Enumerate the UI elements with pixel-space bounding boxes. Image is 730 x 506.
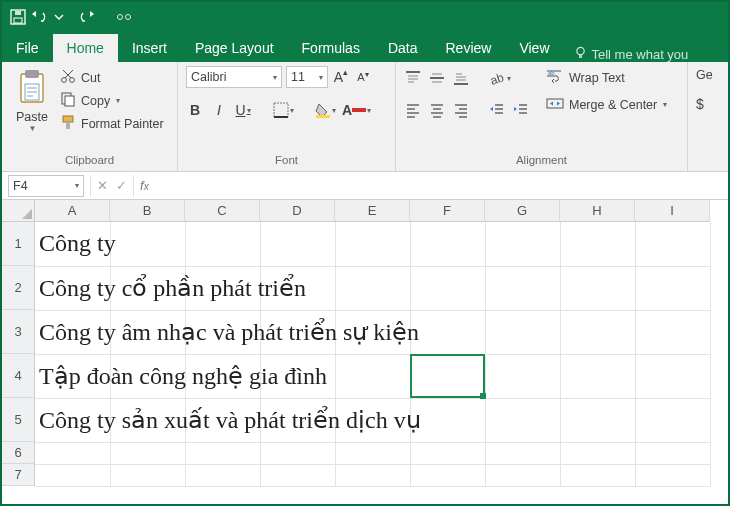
col-header[interactable]: B (110, 200, 185, 222)
svg-rect-13 (65, 96, 74, 106)
chevron-down-icon: ▾ (273, 73, 277, 82)
row-header[interactable]: 3 (2, 310, 35, 354)
cells-area[interactable]: Công ty Công ty cổ phần phát triển Công … (35, 222, 710, 486)
tab-file[interactable]: File (2, 34, 53, 62)
tab-home[interactable]: Home (53, 34, 118, 62)
group-clipboard: Paste ▼ Cut Copy ▾ Format Painter C (2, 62, 178, 171)
merge-icon (546, 95, 564, 114)
wrap-text-button[interactable]: ab Wrap Text (546, 68, 667, 87)
chevron-down-icon: ▾ (367, 106, 371, 115)
fill-color-button[interactable]: ▾ (315, 100, 336, 120)
cell-A3[interactable]: Công ty âm nhạc và phát triển sự kiện (39, 318, 419, 346)
col-header[interactable]: F (410, 200, 485, 222)
row-header[interactable]: 5 (2, 398, 35, 442)
chevron-down-icon: ▾ (319, 73, 323, 82)
svg-point-10 (62, 78, 67, 83)
active-cell-cursor (410, 354, 485, 398)
orientation-icon[interactable]: ab▾ (488, 68, 511, 88)
format-painter-button[interactable]: Format Painter (60, 114, 164, 133)
svg-rect-6 (579, 55, 582, 58)
col-header[interactable]: I (635, 200, 710, 222)
align-bottom-icon[interactable] (452, 68, 470, 88)
merge-center-button[interactable]: Merge & Center ▾ (546, 95, 667, 114)
formula-input[interactable] (155, 175, 728, 197)
font-name-select[interactable]: Calibri▾ (186, 66, 282, 88)
cut-label: Cut (81, 71, 100, 85)
touch-mode-icon[interactable] (116, 9, 132, 25)
cell-A4[interactable]: Tập đoàn công nghệ gia đình (39, 362, 327, 390)
increase-font-icon[interactable]: A▴ (332, 67, 350, 87)
cell-A2[interactable]: Công ty cổ phần phát triển (39, 274, 306, 302)
number-format-select[interactable]: Ge (696, 68, 720, 82)
wrap-text-label: Wrap Text (569, 71, 625, 85)
cancel-formula-icon[interactable]: ✕ (97, 178, 108, 193)
chevron-down-icon: ▾ (290, 106, 294, 115)
row-header[interactable]: 7 (2, 464, 35, 486)
align-left-icon[interactable] (404, 100, 422, 120)
alignment-group-label: Alignment (404, 154, 679, 169)
decrease-indent-icon[interactable] (488, 100, 506, 120)
svg-rect-15 (66, 122, 70, 129)
font-size-select[interactable]: 11▾ (286, 66, 328, 88)
svg-point-11 (70, 78, 75, 83)
column-headers: A B C D E F G H I (35, 200, 710, 222)
redo-icon[interactable] (78, 9, 98, 25)
row-header[interactable]: 4 (2, 354, 35, 398)
cell-A1[interactable]: Công ty (39, 230, 116, 257)
tab-page-layout[interactable]: Page Layout (181, 34, 288, 62)
font-size-value: 11 (291, 70, 305, 84)
name-box-value: F4 (13, 179, 28, 193)
tab-review[interactable]: Review (432, 34, 506, 62)
save-icon[interactable] (10, 9, 26, 25)
undo-icon[interactable] (30, 9, 50, 25)
col-header[interactable]: A (35, 200, 110, 222)
cut-button[interactable]: Cut (60, 68, 164, 87)
align-middle-icon[interactable] (428, 68, 446, 88)
chevron-down-icon: ▾ (663, 100, 667, 109)
cell-A5[interactable]: Công ty sản xuất và phát triển dịch vụ (39, 406, 421, 434)
col-header[interactable]: E (335, 200, 410, 222)
underline-button[interactable]: U▾ (234, 100, 252, 120)
decrease-font-icon[interactable]: A▾ (354, 67, 372, 87)
group-number: Ge $ (688, 62, 728, 171)
row-header[interactable]: 6 (2, 442, 35, 464)
col-header[interactable]: H (560, 200, 635, 222)
tab-formulas[interactable]: Formulas (288, 34, 374, 62)
chevron-down-icon: ▾ (332, 106, 336, 115)
increase-indent-icon[interactable] (512, 100, 530, 120)
chevron-down-icon: ▾ (75, 181, 79, 190)
align-center-icon[interactable] (428, 100, 446, 120)
row-header[interactable]: 1 (2, 222, 35, 266)
col-header[interactable]: C (185, 200, 260, 222)
align-right-icon[interactable] (452, 100, 470, 120)
copy-label: Copy (81, 94, 110, 108)
svg-rect-18 (316, 115, 330, 118)
row-header[interactable]: 2 (2, 266, 35, 310)
accounting-format-button[interactable]: $ (696, 96, 720, 112)
align-top-icon[interactable] (404, 68, 422, 88)
bold-button[interactable]: B (186, 100, 204, 120)
name-box[interactable]: F4▾ (8, 175, 84, 197)
tab-insert[interactable]: Insert (118, 34, 181, 62)
paste-icon (15, 68, 49, 108)
select-all-corner[interactable] (2, 200, 35, 222)
italic-button[interactable]: I (210, 100, 228, 120)
qat-dropdown-icon[interactable] (54, 9, 64, 25)
group-font: Calibri▾ 11▾ A▴ A▾ B I U▾ ▾ ▾ A▾ Font (178, 62, 396, 171)
tell-me[interactable]: Tell me what you (574, 46, 689, 62)
col-header[interactable]: D (260, 200, 335, 222)
copy-button[interactable]: Copy ▾ (60, 91, 164, 110)
copy-icon (60, 91, 76, 110)
lightbulb-icon (574, 46, 587, 62)
tab-view[interactable]: View (505, 34, 563, 62)
fx-icon[interactable]: fx (134, 178, 155, 193)
borders-button[interactable]: ▾ (273, 100, 294, 120)
enter-formula-icon[interactable]: ✓ (116, 178, 127, 193)
col-header[interactable]: G (485, 200, 560, 222)
svg-rect-16 (274, 103, 288, 117)
scissors-icon (60, 68, 76, 87)
tab-data[interactable]: Data (374, 34, 432, 62)
paste-button[interactable]: Paste ▼ (10, 66, 54, 133)
font-color-button[interactable]: A▾ (342, 100, 371, 120)
title-bar (2, 2, 728, 32)
